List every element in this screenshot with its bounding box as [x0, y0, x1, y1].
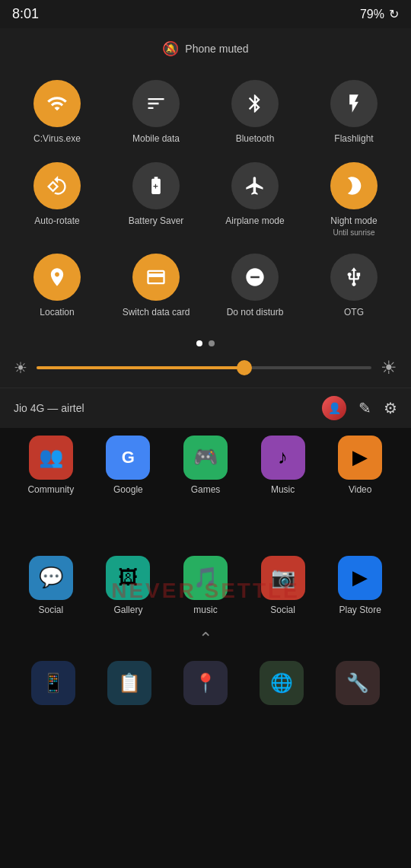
qs-item-flashlight[interactable]: Flashlight [304, 72, 403, 155]
app-label-video: Video [349, 484, 371, 495]
brightness-high-icon: ☀ [381, 357, 397, 378]
app-label-playstore: Play Store [339, 605, 381, 615]
qs-circle-dnd [231, 254, 279, 301]
bottom-icon-2[interactable]: 📋 [107, 661, 151, 705]
gallery-icon: 🖼 [106, 556, 150, 600]
qs-circle-bluetooth [231, 80, 279, 127]
qs-label-airplane-mode: Airplane mode [225, 215, 284, 228]
chevron-up-icon: ⌃ [199, 629, 212, 649]
qs-item-otg[interactable]: OTG [304, 246, 403, 328]
qs-item-wifi[interactable]: C:Virus.exe [8, 72, 107, 155]
qs-item-location[interactable]: Location [8, 246, 107, 328]
qs-circle-battery-saver [132, 162, 180, 209]
app-row-2: 💬 Social 🖼 Gallery 🎵 music 📷 Social ▶ [0, 548, 411, 623]
qs-label-night-mode: Night mode [330, 215, 377, 228]
page-dot-1[interactable] [196, 340, 202, 346]
app-item-video[interactable]: ▶ Video [326, 436, 394, 495]
music2-icon: 🎵 [183, 556, 228, 600]
qs-label-wifi: C:Virus.exe [33, 133, 81, 145]
app-item-social1[interactable]: 💬 Social [17, 556, 85, 615]
playstore-icon: ▶ [338, 556, 382, 600]
music-icon: ♪ [261, 436, 305, 480]
app-item-music2[interactable]: 🎵 music [171, 556, 240, 615]
qs-label-otg: OTG [344, 307, 364, 319]
social1-icon: 💬 [29, 556, 73, 600]
brightness-thumb [237, 360, 252, 375]
app-label-community: Community [27, 484, 74, 495]
qs-circle-location [33, 254, 81, 301]
app-row-1: 👥 Community G Google 🎮 Games ♪ Music ▶ [0, 428, 411, 503]
qs-label-switch-data-card: Switch data card [123, 307, 190, 319]
qs-item-dnd[interactable]: Do not disturb [206, 246, 304, 328]
bottom-icon-3[interactable]: 📍 [183, 661, 228, 705]
qs-circle-switch-data-card [132, 254, 180, 301]
network-bar: Jio 4G — airtel 👤 ✎ ⚙ [0, 388, 411, 428]
bottom-icon-1[interactable]: 📱 [31, 661, 75, 705]
qs-label-mobile-data: Mobile data [132, 133, 180, 145]
app-label-social2: Social [270, 605, 295, 615]
battery-text: 79% [360, 8, 384, 21]
bottom-icon-4[interactable]: 🌐 [260, 661, 304, 705]
bell-icon: 🔕 [162, 40, 179, 57]
qs-label-battery-saver: Battery Saver [129, 215, 184, 228]
qs-label-location: Location [40, 307, 74, 319]
app-item-community[interactable]: 👥 Community [17, 436, 85, 495]
qs-label-auto-rotate: Auto-rotate [34, 215, 79, 228]
community-icon: 👥 [29, 436, 73, 480]
qs-item-battery-saver[interactable]: Battery Saver [107, 155, 206, 247]
sync-icon: ↻ [389, 7, 399, 21]
app-label-music: Music [271, 484, 295, 495]
qs-circle-flashlight [330, 80, 378, 127]
notification-panel: 🔕 Phone muted C:Virus.exe Mobile data Bl… [0, 28, 411, 428]
status-right: 79% ↻ [360, 7, 399, 21]
network-name: Jio 4G — airtel [14, 402, 84, 414]
phone-muted-row: 🔕 Phone muted [0, 36, 411, 65]
app-item-gallery[interactable]: 🖼 Gallery [94, 556, 162, 615]
qs-item-night-mode[interactable]: Night mode Until sunrise [304, 155, 403, 247]
app-label-google: Google [113, 484, 143, 495]
qs-label-bluetooth: Bluetooth [236, 133, 275, 145]
app-label-social1: Social [38, 605, 63, 615]
page-dot-2[interactable] [209, 340, 215, 346]
qs-circle-auto-rotate [33, 162, 81, 209]
user-avatar[interactable]: 👤 [322, 396, 346, 420]
brightness-track[interactable] [37, 366, 371, 369]
quick-settings-grid: C:Virus.exe Mobile data Bluetooth Flashl… [0, 65, 411, 336]
status-bar: 8:01 79% ↻ [0, 0, 411, 28]
qs-item-bluetooth[interactable]: Bluetooth [206, 72, 304, 155]
status-time: 8:01 [12, 6, 39, 22]
app-item-social2[interactable]: 📷 Social [249, 556, 317, 615]
brightness-row: ☀ ☀ [0, 351, 411, 388]
games-icon: 🎮 [183, 436, 228, 480]
qs-circle-mobile-data [132, 80, 180, 127]
qs-circle-otg [330, 254, 378, 301]
qs-sublabel-night-mode: Until sunrise [333, 228, 374, 237]
network-icons: 👤 ✎ ⚙ [322, 396, 397, 420]
qs-circle-wifi [33, 80, 81, 127]
qs-item-auto-rotate[interactable]: Auto-rotate [8, 155, 107, 247]
qs-item-switch-data-card[interactable]: Switch data card [107, 246, 206, 328]
app-label-music2: music [193, 605, 217, 615]
brightness-low-icon: ☀ [14, 359, 27, 377]
settings-icon[interactable]: ⚙ [384, 399, 397, 417]
edit-icon[interactable]: ✎ [358, 399, 371, 417]
bottom-icons-row: 📱 📋 📍 🌐 🔧 [0, 655, 411, 711]
bottom-icon-5[interactable]: 🔧 [336, 661, 380, 705]
social2-icon: 📷 [261, 556, 305, 600]
app-item-playstore[interactable]: ▶ Play Store [326, 556, 394, 615]
qs-item-airplane-mode[interactable]: Airplane mode [206, 155, 304, 247]
app-item-music[interactable]: ♪ Music [249, 436, 317, 495]
google-icon: G [106, 436, 150, 480]
app-item-google[interactable]: G Google [94, 436, 162, 495]
homescreen: 👥 Community G Google 🎮 Games ♪ Music ▶ [0, 428, 411, 711]
app-item-games[interactable]: 🎮 Games [171, 436, 240, 495]
app-label-games: Games [191, 484, 221, 495]
qs-label-dnd: Do not disturb [227, 307, 284, 319]
qs-circle-airplane-mode [231, 162, 279, 209]
qs-item-mobile-data[interactable]: Mobile data [107, 72, 206, 155]
phone-muted-text: Phone muted [185, 43, 248, 55]
qs-circle-night-mode [330, 162, 378, 209]
qs-label-flashlight: Flashlight [334, 133, 373, 145]
chevron-row[interactable]: ⌃ [0, 623, 411, 655]
page-dots [0, 336, 411, 351]
